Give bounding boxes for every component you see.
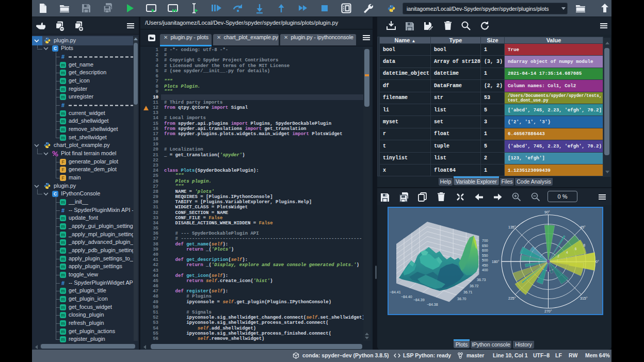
- svg-text:90°: 90°: [544, 210, 550, 214]
- svg-text:270°: 270°: [544, 309, 552, 313]
- svg-text:8: 8: [584, 243, 586, 247]
- svg-text:36.70: 36.70: [457, 297, 466, 301]
- svg-text:315°: 315°: [580, 297, 588, 300]
- svg-text:135°: 135°: [508, 225, 516, 229]
- svg-text:400: 400: [482, 268, 488, 272]
- svg-text:700: 700: [482, 239, 488, 242]
- svg-text:36.71: 36.71: [463, 290, 473, 294]
- svg-text:450: 450: [482, 264, 488, 267]
- svg-text:−84.38: −84.38: [427, 303, 438, 306]
- svg-text:−84.41: −84.41: [390, 290, 401, 294]
- svg-text:45°: 45°: [580, 225, 586, 229]
- svg-text:2: 2: [557, 254, 559, 258]
- svg-text:225°: 225°: [508, 297, 516, 300]
- svg-text:4: 4: [566, 251, 568, 254]
- svg-text:−84.39: −84.39: [413, 298, 425, 302]
- svg-text:500: 500: [482, 258, 488, 262]
- svg-text:180°: 180°: [492, 260, 500, 264]
- svg-text:0°: 0°: [595, 260, 599, 264]
- svg-text:600: 600: [482, 249, 488, 252]
- svg-text:550: 550: [482, 254, 488, 257]
- svg-text:36.72: 36.72: [470, 284, 479, 288]
- svg-text:36.73: 36.73: [477, 278, 486, 282]
- svg-text:6: 6: [575, 247, 577, 251]
- svg-text:650: 650: [482, 244, 488, 248]
- svg-text:−84.40: −84.40: [401, 295, 412, 299]
